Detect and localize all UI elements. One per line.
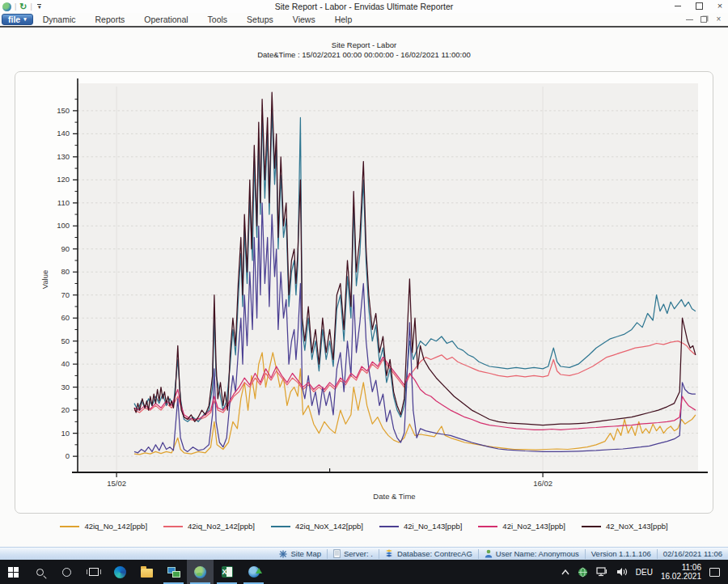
window-title: Site Report - Labor - Envidas Ultimate R… bbox=[0, 2, 728, 11]
legend-swatch bbox=[379, 526, 399, 527]
database-icon bbox=[385, 549, 394, 558]
volume-icon[interactable] bbox=[616, 567, 628, 577]
svg-text:20: 20 bbox=[61, 405, 70, 414]
legend-label: 42iq_No2_142[ppb] bbox=[188, 522, 255, 531]
site-report-chart: 010203040506070809010011012013014015015/… bbox=[15, 72, 711, 512]
legend-label: 42i_No_143[ppb] bbox=[404, 522, 462, 531]
legend-swatch bbox=[271, 526, 290, 527]
legend-label: 42iq_NoX_142[ppb] bbox=[295, 522, 363, 531]
status-site-map[interactable]: Site Map bbox=[273, 549, 327, 559]
status-server[interactable]: Server: . bbox=[327, 549, 379, 559]
legend-label: 42iq_No_142[ppb] bbox=[84, 522, 147, 531]
quick-access-dropdown-icon[interactable]: ▾ bbox=[37, 4, 42, 10]
svg-text:60: 60 bbox=[61, 313, 70, 322]
restore-button[interactable] bbox=[694, 1, 704, 11]
svg-text:150: 150 bbox=[57, 106, 70, 115]
legend-item: 42i_No2_143[ppb] bbox=[478, 522, 565, 531]
task-view-icon bbox=[89, 568, 99, 576]
svg-text:70: 70 bbox=[61, 290, 70, 299]
status-user-name[interactable]: User Name: Anonymous bbox=[478, 549, 585, 559]
language-indicator[interactable]: DEU bbox=[636, 568, 653, 577]
ethernet-icon[interactable] bbox=[596, 567, 608, 577]
svg-text:16/02: 16/02 bbox=[533, 479, 552, 488]
legend-swatch bbox=[478, 526, 497, 527]
report-date-range: Date&Time : 15/02/2021 00:00 00:00:00 - … bbox=[0, 50, 728, 59]
task-view-button[interactable] bbox=[80, 560, 107, 584]
svg-text:140: 140 bbox=[57, 129, 70, 138]
folder-icon bbox=[141, 569, 153, 578]
legend-item: 42iq_No_142[ppb] bbox=[60, 522, 147, 531]
excel-icon bbox=[222, 566, 233, 578]
menu-item-dynamic[interactable]: Dynamic bbox=[33, 13, 86, 26]
close-button[interactable]: × bbox=[715, 1, 725, 11]
cortana-icon bbox=[62, 568, 71, 577]
svg-text:100: 100 bbox=[57, 221, 70, 230]
chart-panel: 010203040506070809010011012013014015015/… bbox=[15, 71, 713, 514]
edge-button[interactable] bbox=[107, 560, 133, 584]
child-minimize-button[interactable] bbox=[685, 15, 694, 23]
chevron-down-icon: ▾ bbox=[23, 16, 27, 23]
status-label: User Name: Anonymous bbox=[496, 549, 579, 558]
x-axis-title: Date & Time bbox=[373, 492, 415, 501]
menu-item-help[interactable]: Help bbox=[325, 13, 362, 26]
legend-item: 42iq_No2_142[ppb] bbox=[163, 522, 255, 531]
file-menu-button[interactable]: file ▾ bbox=[2, 14, 33, 25]
action-center-icon[interactable] bbox=[709, 568, 720, 577]
clock-date: 16.02.2021 bbox=[661, 572, 701, 581]
start-button[interactable] bbox=[0, 560, 27, 584]
web-app-button[interactable] bbox=[240, 560, 267, 584]
status-02-16-2021-11[interactable]: 02/16/2021 11:06 bbox=[657, 549, 728, 559]
svg-text:90: 90 bbox=[61, 244, 70, 253]
svg-text:15/02: 15/02 bbox=[107, 479, 126, 488]
title-bar: | ↻ | ▾ Site Report - Labor - Envidas Ul… bbox=[0, 0, 728, 13]
svg-text:10: 10 bbox=[61, 429, 70, 438]
menu-item-reports[interactable]: Reports bbox=[86, 13, 135, 26]
globe-icon bbox=[194, 566, 206, 578]
edge-icon bbox=[114, 566, 126, 578]
svg-text:110: 110 bbox=[57, 198, 70, 207]
quick-access-toolbar: | ↻ | ▾ bbox=[0, 2, 41, 11]
envidas-reporter-button[interactable] bbox=[187, 560, 214, 584]
child-restore-button[interactable] bbox=[700, 15, 709, 23]
refresh-icon[interactable]: ↻ bbox=[19, 2, 27, 11]
menu-bar: file ▾ DynamicReportsOperationalToolsSet… bbox=[0, 13, 728, 28]
status-label: 02/16/2021 11:06 bbox=[663, 549, 722, 558]
svg-text:30: 30 bbox=[61, 383, 70, 391]
site-map-icon bbox=[279, 550, 287, 558]
menu-item-setups[interactable]: Setups bbox=[237, 13, 283, 26]
system-tray: DEU 11:06 16.02.2021 bbox=[561, 560, 728, 584]
status-label: Site Map bbox=[290, 549, 321, 558]
status-label: Version 1.1.1.106 bbox=[591, 549, 651, 558]
legend-label: 42_NoX_143[ppb] bbox=[606, 522, 668, 531]
y-axis-title: Value bbox=[40, 270, 49, 290]
menu-item-views[interactable]: Views bbox=[283, 13, 325, 26]
status-bar: Site MapServer: .Database: ContrecAGUser… bbox=[0, 547, 728, 560]
server-icon bbox=[333, 549, 341, 558]
taskbar-search-button[interactable] bbox=[27, 560, 53, 584]
app-window: | ↻ | ▾ Site Report - Labor - Envidas Ul… bbox=[0, 0, 728, 584]
sync-screens-icon bbox=[167, 567, 180, 578]
svg-text:120: 120 bbox=[57, 175, 70, 184]
taskbar: DEU 11:06 16.02.2021 bbox=[0, 560, 728, 584]
envidas-sync-app-button[interactable] bbox=[160, 560, 187, 584]
minimize-button[interactable] bbox=[673, 1, 683, 11]
legend-swatch bbox=[60, 526, 79, 527]
menu-item-tools[interactable]: Tools bbox=[198, 13, 238, 26]
excel-button[interactable] bbox=[214, 560, 240, 584]
svg-text:40: 40 bbox=[61, 359, 70, 368]
clock[interactable]: 11:06 16.02.2021 bbox=[661, 563, 701, 581]
search-icon bbox=[36, 569, 44, 576]
network-globe-icon[interactable] bbox=[578, 567, 588, 578]
child-close-button[interactable]: × bbox=[714, 15, 723, 23]
menu-item-operational[interactable]: Operational bbox=[134, 13, 197, 26]
status-version-1-1-1-106[interactable]: Version 1.1.1.106 bbox=[585, 549, 657, 559]
svg-text:0: 0 bbox=[66, 451, 70, 460]
app-icon bbox=[2, 2, 11, 11]
tray-expand-icon[interactable] bbox=[561, 569, 569, 575]
report-header: Site Report - Labor Date&Time : 15/02/20… bbox=[0, 40, 728, 59]
file-explorer-button[interactable] bbox=[133, 560, 160, 584]
status-database[interactable]: Database: ContrecAG bbox=[379, 549, 478, 559]
cortana-button[interactable] bbox=[53, 560, 80, 584]
svg-text:50: 50 bbox=[61, 336, 70, 345]
status-label: Database: ContrecAG bbox=[397, 549, 472, 558]
